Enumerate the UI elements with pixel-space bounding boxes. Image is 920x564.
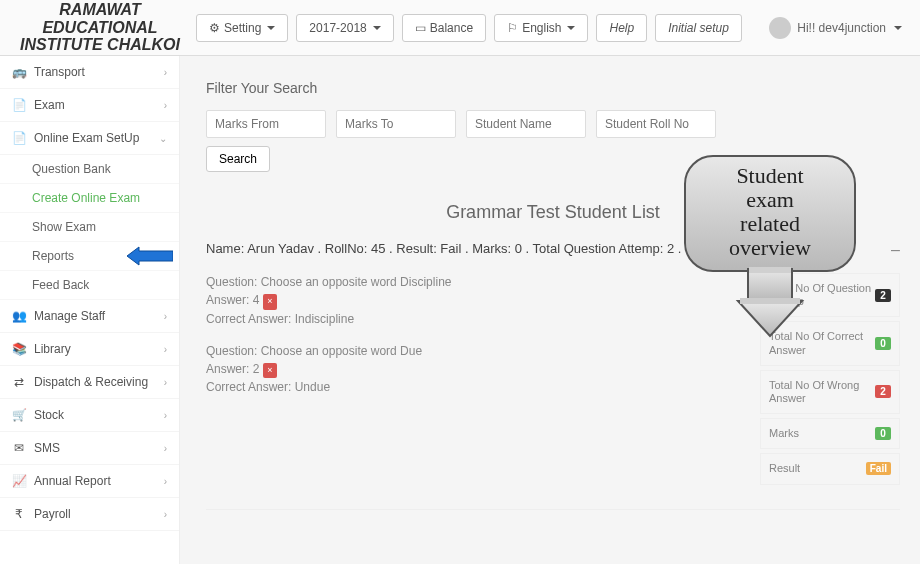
chevron-right-icon: › — [164, 476, 167, 487]
svg-marker-0 — [127, 247, 173, 265]
caret-icon — [894, 26, 902, 30]
sidebar-item-stock[interactable]: 🛒Stock › — [0, 399, 179, 432]
question-text: Question: Choose an opposite word Due — [206, 342, 746, 360]
card-icon: ▭ — [415, 21, 426, 35]
balance-label: Balance — [430, 21, 473, 35]
answer-line: Answer: 2× — [206, 360, 746, 379]
divider — [206, 509, 900, 510]
sidebar-item-manage-staff[interactable]: 👥Manage Staff › — [0, 300, 179, 333]
sidebar-sub-show-exam[interactable]: Show Exam — [0, 213, 179, 242]
initial-setup-label: Initial setup — [668, 21, 729, 35]
list-title: Grammar Test Student List — [206, 202, 900, 223]
content: Filter Your Search Search Grammar Test S… — [180, 56, 920, 564]
sidebar-item-dispatch[interactable]: ⇄Dispatch & Receiving › — [0, 366, 179, 399]
toolbar: ⚙ Setting 2017-2018 ▭ Balance ⚐ English … — [196, 14, 742, 42]
answer-line: Answer: 4× — [206, 291, 746, 310]
filter-title: Filter Your Search — [206, 80, 900, 96]
stat-marks: Marks 0 — [760, 418, 900, 449]
stat-value: Fail — [866, 462, 891, 475]
arrow-left-callout-icon — [127, 245, 173, 267]
student-summary-row[interactable]: Name: Arun Yadav . RollNo: 45 . Result: … — [206, 241, 900, 259]
stat-value: 2 — [875, 289, 891, 302]
detail-panel: Question: Choose an opposite word Discip… — [206, 273, 900, 489]
student-name-input[interactable] — [466, 110, 586, 138]
sidebar: 🚌Transport › 📄Exam › 📄Online Exam SetUp … — [0, 56, 180, 564]
caret-icon — [373, 26, 381, 30]
sidebar-item-exam[interactable]: 📄Exam › — [0, 89, 179, 122]
stats-panel: Total No Of Question Attemp 2 Total No O… — [760, 273, 900, 489]
student-roll-input[interactable] — [596, 110, 716, 138]
chevron-right-icon: › — [164, 67, 167, 78]
question-text: Question: Choose an opposite word Discip… — [206, 273, 746, 291]
sidebar-item-sms[interactable]: ✉SMS › — [0, 432, 179, 465]
globe-icon: ⚐ — [507, 21, 518, 35]
stat-value: 2 — [875, 385, 891, 398]
year-label: 2017-2018 — [309, 21, 366, 35]
chevron-right-icon: › — [164, 443, 167, 454]
setting-label: Setting — [224, 21, 261, 35]
marks-to-input[interactable] — [336, 110, 456, 138]
sidebar-sub-question-bank[interactable]: Question Bank — [0, 155, 179, 184]
correct-answer: Correct Answer: Indiscipline — [206, 310, 746, 328]
stat-value: 0 — [875, 427, 891, 440]
sidebar-item-payroll[interactable]: ₹Payroll › — [0, 498, 179, 531]
chevron-right-icon: › — [164, 311, 167, 322]
bus-icon: 🚌 — [12, 65, 26, 79]
doc-icon: 📄 — [12, 131, 26, 145]
sidebar-sub-reports[interactable]: Reports — [0, 242, 179, 271]
help-button[interactable]: Help — [596, 14, 647, 42]
stat-wrong: Total No Of Wrong Answer 2 — [760, 370, 900, 414]
envelope-icon: ✉ — [12, 441, 26, 455]
stat-attemp: Total No Of Question Attemp 2 — [760, 273, 900, 317]
search-button[interactable]: Search — [206, 146, 270, 172]
sidebar-sub-create-online-exam[interactable]: Create Online Exam — [0, 184, 179, 213]
balance-button[interactable]: ▭ Balance — [402, 14, 486, 42]
gear-icon: ⚙ — [209, 21, 220, 35]
student-summary-text: Name: Arun Yadav . RollNo: 45 . Result: … — [206, 241, 786, 259]
avatar — [769, 17, 791, 39]
stat-result: Result Fail — [760, 453, 900, 484]
caret-icon — [567, 26, 575, 30]
language-button[interactable]: ⚐ English — [494, 14, 588, 42]
chevron-right-icon: › — [164, 344, 167, 355]
year-button[interactable]: 2017-2018 — [296, 14, 393, 42]
correct-answer: Correct Answer: Undue — [206, 378, 746, 396]
chevron-down-icon: ⌄ — [159, 133, 167, 144]
users-icon: 👥 — [12, 309, 26, 323]
doc-icon: 📄 — [12, 98, 26, 112]
sidebar-item-library[interactable]: 📚Library › — [0, 333, 179, 366]
caret-icon — [267, 26, 275, 30]
help-label: Help — [609, 21, 634, 35]
sidebar-item-transport[interactable]: 🚌Transport › — [0, 56, 179, 89]
initial-setup-button[interactable]: Initial setup — [655, 14, 742, 42]
question-list: Question: Choose an opposite word Discip… — [206, 273, 746, 489]
question-block: Question: Choose an opposite word Due An… — [206, 342, 746, 397]
wrong-badge-icon: × — [263, 363, 276, 379]
marks-from-input[interactable] — [206, 110, 326, 138]
chart-icon: 📈 — [12, 474, 26, 488]
cart-icon: 🛒 — [12, 408, 26, 422]
brand: RAMAWAT EDUCATIONAL INSTITUTE CHALKOI — [10, 1, 190, 54]
collapse-toggle[interactable]: – — [891, 241, 900, 259]
exchange-icon: ⇄ — [12, 375, 26, 389]
sidebar-sub-feedback[interactable]: Feed Back — [0, 271, 179, 300]
sidebar-item-online-exam[interactable]: 📄Online Exam SetUp ⌄ — [0, 122, 179, 155]
callout-l1: Student — [736, 163, 803, 188]
setting-button[interactable]: ⚙ Setting — [196, 14, 288, 42]
brand-line1: RAMAWAT EDUCATIONAL — [10, 1, 190, 36]
filter-row — [206, 110, 900, 138]
chevron-right-icon: › — [164, 100, 167, 111]
chevron-right-icon: › — [164, 377, 167, 388]
chevron-right-icon: › — [164, 509, 167, 520]
question-block: Question: Choose an opposite word Discip… — [206, 273, 746, 328]
rupee-icon: ₹ — [12, 507, 26, 521]
stat-correct: Total No Of Correct Answer 0 — [760, 321, 900, 365]
language-label: English — [522, 21, 561, 35]
user-greeting: Hi!! dev4junction — [797, 21, 886, 35]
sidebar-item-annual-report[interactable]: 📈Annual Report › — [0, 465, 179, 498]
chevron-right-icon: › — [164, 410, 167, 421]
user-menu[interactable]: Hi!! dev4junction — [769, 17, 902, 39]
brand-line2: INSTITUTE CHALKOI — [10, 36, 190, 54]
wrong-badge-icon: × — [263, 294, 276, 310]
stat-value: 0 — [875, 337, 891, 350]
